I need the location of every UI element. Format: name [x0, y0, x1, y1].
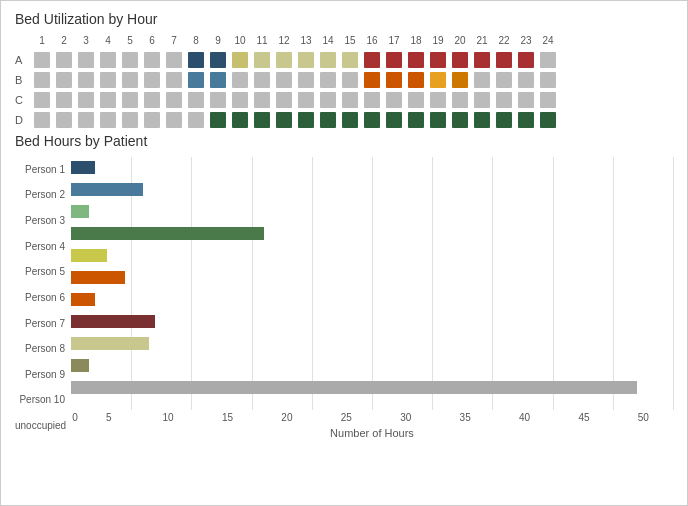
x-tick-35: 35 — [435, 412, 494, 423]
bed-cell-A-1 — [34, 52, 50, 68]
bed-util-title: Bed Utilization by Hour — [15, 11, 673, 27]
bed-cell-D-4 — [100, 112, 116, 128]
bed-cell-D-15 — [342, 112, 358, 128]
x-tick-30: 30 — [376, 412, 435, 423]
bar-fill-person-10 — [71, 359, 89, 372]
bed-cell-A-12 — [276, 52, 292, 68]
hour-label-3: 3 — [75, 33, 97, 49]
hour-label-13: 13 — [295, 33, 317, 49]
bed-cell-B-22 — [496, 72, 512, 88]
bed-cell-C-18 — [408, 92, 424, 108]
bed-cell-D-3 — [78, 112, 94, 128]
bed-cell-C-11 — [254, 92, 270, 108]
x-tick-45: 45 — [554, 412, 613, 423]
bar-row-person-9 — [71, 333, 673, 355]
hour-label-19: 19 — [427, 33, 449, 49]
x-tick-40: 40 — [495, 412, 554, 423]
hour-label-11: 11 — [251, 33, 273, 49]
bed-cell-A-19 — [430, 52, 446, 68]
bar-label-person-6: Person 6 — [15, 287, 65, 309]
bed-cell-A-8 — [188, 52, 204, 68]
bed-cell-C-3 — [78, 92, 94, 108]
bed-cell-B-10 — [232, 72, 248, 88]
bar-label-person-8: Person 8 — [15, 338, 65, 360]
bed-cell-C-13 — [298, 92, 314, 108]
bed-util-section: Bed Utilization by Hour 1234567891011121… — [15, 11, 673, 129]
x-tick-15: 15 — [198, 412, 257, 423]
bed-row-label-A: A — [15, 51, 31, 69]
bar-fill-person-2 — [71, 183, 143, 196]
hour-label-24: 24 — [537, 33, 559, 49]
bed-cell-D-18 — [408, 112, 424, 128]
hour-label-14: 14 — [317, 33, 339, 49]
hour-label-16: 16 — [361, 33, 383, 49]
bed-cell-B-13 — [298, 72, 314, 88]
bar-fill-person-1 — [71, 161, 95, 174]
bed-util-grid: 123456789101112131415161718192021222324A… — [15, 33, 673, 129]
bed-cell-A-3 — [78, 52, 94, 68]
bar-fill-person-6 — [71, 271, 125, 284]
hour-label-18: 18 — [405, 33, 427, 49]
x-tick-50: 50 — [614, 412, 673, 423]
bed-cell-D-2 — [56, 112, 72, 128]
bed-cell-A-15 — [342, 52, 358, 68]
bed-cell-A-20 — [452, 52, 468, 68]
bed-row-label-D: D — [15, 111, 31, 129]
bar-row-person-10 — [71, 355, 673, 377]
hour-label-17: 17 — [383, 33, 405, 49]
bed-cell-A-6 — [144, 52, 160, 68]
bed-row-label-C: C — [15, 91, 31, 109]
bed-cell-C-15 — [342, 92, 358, 108]
bar-label-person-10: Person 10 — [15, 389, 65, 411]
bed-cell-D-19 — [430, 112, 446, 128]
bed-cell-D-17 — [386, 112, 402, 128]
bed-cell-D-5 — [122, 112, 138, 128]
bed-cell-C-2 — [56, 92, 72, 108]
bed-cell-C-7 — [166, 92, 182, 108]
bed-cell-C-6 — [144, 92, 160, 108]
bed-cell-A-16 — [364, 52, 380, 68]
bed-cell-B-16 — [364, 72, 380, 88]
bar-label-person-2: Person 2 — [15, 184, 65, 206]
bar-row-person-7 — [71, 289, 673, 311]
bar-row-person-3 — [71, 201, 673, 223]
bed-cell-B-2 — [56, 72, 72, 88]
bed-cell-A-7 — [166, 52, 182, 68]
bar-label-unoccupied: unoccupied — [15, 415, 65, 437]
hour-label-4: 4 — [97, 33, 119, 49]
bed-cell-D-1 — [34, 112, 50, 128]
hour-label-21: 21 — [471, 33, 493, 49]
bed-cell-C-19 — [430, 92, 446, 108]
bed-cell-D-22 — [496, 112, 512, 128]
bed-cell-B-11 — [254, 72, 270, 88]
bar-row-person-6 — [71, 267, 673, 289]
bed-cell-A-24 — [540, 52, 556, 68]
bed-cell-D-24 — [540, 112, 556, 128]
bed-cell-D-21 — [474, 112, 490, 128]
bed-cell-B-17 — [386, 72, 402, 88]
bed-cell-C-10 — [232, 92, 248, 108]
bar-label-person-5: Person 5 — [15, 261, 65, 283]
bed-cell-D-23 — [518, 112, 534, 128]
bed-cell-D-13 — [298, 112, 314, 128]
bed-cell-C-24 — [540, 92, 556, 108]
bed-cell-B-14 — [320, 72, 336, 88]
hour-label-23: 23 — [515, 33, 537, 49]
x-tick-25: 25 — [317, 412, 376, 423]
bar-fill-person-4 — [71, 227, 264, 240]
hour-label-9: 9 — [207, 33, 229, 49]
bed-row-label-B: B — [15, 71, 31, 89]
hour-label-5: 5 — [119, 33, 141, 49]
bed-cell-C-21 — [474, 92, 490, 108]
bed-cell-C-20 — [452, 92, 468, 108]
x-axis: 05101520253035404550 — [71, 412, 673, 423]
hour-label-8: 8 — [185, 33, 207, 49]
x-axis-title: Number of Hours — [71, 427, 673, 439]
bed-cell-B-3 — [78, 72, 94, 88]
hour-label-2: 2 — [53, 33, 75, 49]
hour-label-12: 12 — [273, 33, 295, 49]
bar-fill-person-9 — [71, 337, 149, 350]
bed-cell-B-20 — [452, 72, 468, 88]
x-tick-20: 20 — [257, 412, 316, 423]
bar-row-person-1 — [71, 157, 673, 179]
